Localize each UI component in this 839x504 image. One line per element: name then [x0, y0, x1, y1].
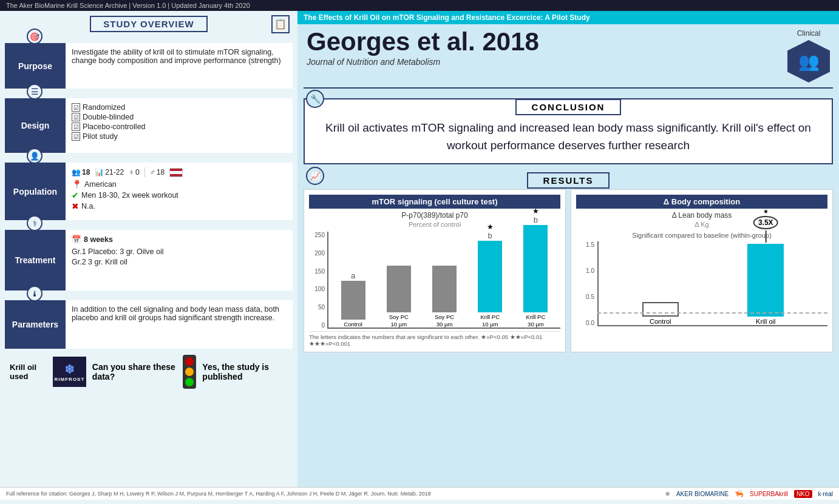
bar2-control: Control — [617, 302, 704, 325]
krill-annotation: ★ 3.5X — [753, 208, 778, 243]
population-stats: 👥 18 📊 21-22 ♀ 0 ♂ 18 — [72, 167, 287, 177]
study-overview-title: STUDY OVERVIEW — [90, 16, 207, 32]
published-text: Yes, the study is published — [202, 362, 288, 381]
nko-logo: NKO — [794, 490, 812, 498]
bar-krill30-rect — [523, 225, 548, 312]
chart2-subtitle: Δ Lean body mass — [576, 211, 827, 220]
top-bar: The Aker BioMarine Krill Science Archive… — [0, 0, 839, 11]
annotation-line — [765, 230, 766, 243]
bar2-control-label: Control — [650, 318, 671, 325]
study-overview-header: STUDY OVERVIEW 📋 — [5, 16, 293, 32]
annotation-3-5x: 3.5X — [753, 216, 778, 229]
design-label: Design — [5, 98, 66, 153]
header-divider — [304, 87, 833, 89]
green-light — [185, 378, 194, 386]
bar-soy30-rect — [432, 266, 457, 312]
design-section: ☰ Design ☑Randomized ☑Double-blinded ☑Pl… — [5, 91, 293, 153]
clinical-hexagon: 👥 — [787, 40, 830, 82]
design-check-3: ☑Placebo-controlled — [72, 123, 287, 131]
chart1-bars: a Control x Soy PC10 µm — [327, 232, 560, 329]
conclusion-text: Krill oil activates mTOR signaling and i… — [305, 113, 832, 163]
bar-control-label: Control — [344, 321, 362, 328]
design-icon: ☰ — [27, 84, 42, 99]
pop-criteria-1: ✔ Men 18-30, 2x week workout — [72, 190, 287, 200]
footer: Full reference for citation: Georges J, … — [0, 487, 839, 500]
top-bar-text: The Aker BioMarine Krill Science Archive… — [6, 2, 250, 9]
chart2-title: Δ Body composition — [576, 195, 827, 209]
share-label: Can you share these data? — [92, 362, 177, 381]
conclusion-container: 🔧 CONCLUSION Krill oil activates mTOR si… — [304, 92, 833, 164]
chart2-area: 1.5 1.0 0.5 0.0 Control — [576, 241, 827, 326]
bar2-krill: ★ 3.5X Krill oil — [722, 244, 810, 325]
clinical-label: Clinical — [797, 29, 821, 38]
treatment-section: ⚕ Treatment 📅 8 weeks Gr.1 Placebo: 3 gr… — [5, 223, 293, 291]
chart2-bars: Control ★ 3.5X Krill oil — [597, 241, 827, 326]
study-header-left: Georges et al. 2018 Journal of Nutrition… — [307, 29, 539, 67]
pop-nationality: 📍 American — [72, 180, 287, 189]
bar-soy30: x Soy PC30 µm — [423, 256, 466, 328]
parameters-label: Parameters — [5, 300, 66, 349]
treatment-content: 📅 8 weeks Gr.1 Placebo: 3 gr. Oilve oil … — [66, 230, 293, 291]
pop-n: 👥 18 — [72, 168, 90, 176]
bar-control-rect — [341, 281, 365, 320]
rimfrost-logo: ❄ RIMFROST — [53, 357, 86, 387]
design-check-1: ☑Randomized — [72, 103, 287, 112]
results-icon: 📈 — [306, 167, 324, 185]
aker-logo: AKER BIOMARINE — [676, 491, 729, 497]
yellow-light — [185, 368, 194, 376]
bar2-krill-rect — [747, 244, 784, 317]
treatment-group-1: Gr.1 Placebo: 3 gr. Oilve oil — [72, 247, 287, 256]
chart2-subtitle2: Δ Kg — [576, 221, 827, 228]
purpose-section: 🎯 Purpose Investigate the ability of kri… — [5, 36, 293, 89]
population-section: 👤 Population 👥 18 📊 21-22 ♀ 0 ♂ 18 — [5, 155, 293, 220]
conclusion-title: CONCLUSION — [515, 99, 622, 115]
chart-mtor: mTOR signaling (cell culture test) P-p70… — [304, 189, 566, 352]
results-title-wrapper: RESULTS — [304, 175, 833, 186]
results-container: 📈 RESULTS mTOR signaling (cell culture t… — [304, 169, 833, 487]
population-content: 👥 18 📊 21-22 ♀ 0 ♂ 18 📍 American ✔ Men 1… — [66, 163, 293, 220]
purpose-icon: 🎯 — [27, 29, 42, 44]
bar-krill30: ★ b Krill PC30 µm — [514, 207, 557, 328]
left-panel: STUDY OVERVIEW 📋 🎯 Purpose Investigate t… — [0, 11, 297, 487]
parameters-icon: 🌡 — [27, 286, 42, 301]
parameters-section: 🌡 Parameters In addition to the cell sig… — [5, 293, 293, 349]
chart1-y-axis: 250 200 150 100 50 0 — [309, 232, 326, 329]
conclusion-icon: 🔧 — [306, 90, 324, 108]
footer-logos: ⊕ AKER BIOMARINE 🦐 SUPERBAkrill NKO k·re… — [665, 489, 833, 498]
population-label-text: Population — [13, 187, 57, 197]
footer-reference: Full reference for citation: Georges J, … — [6, 491, 665, 497]
results-title: RESULTS — [527, 172, 610, 189]
superba-logo: SUPERBAkrill — [750, 491, 788, 497]
treatment-icon: ⚕ — [27, 215, 42, 231]
chart2-y-axis: 1.5 1.0 0.5 0.0 — [576, 241, 596, 326]
pop-female: ♀ 0 — [129, 168, 140, 176]
bar-krill30-label: Krill PC30 µm — [526, 314, 546, 328]
red-light — [185, 357, 194, 366]
conclusion-title-wrapper: CONCLUSION — [305, 99, 832, 113]
chart1-note: The letters indicates the numbers that a… — [309, 331, 560, 347]
purpose-label: Purpose — [5, 43, 66, 89]
rimfrost-crystal-icon: ❄ — [64, 362, 75, 377]
parameters-label-text: Parameters — [12, 320, 58, 329]
bar-soy10: x Soy PC10 µm — [377, 256, 420, 328]
study-main-title: Georges et al. 2018 — [307, 29, 539, 55]
bar-control: a Control — [331, 271, 375, 328]
population-icon: 👤 — [27, 148, 42, 164]
study-title-bar: The Effects of Krill Oil on mTOR Signali… — [297, 11, 839, 24]
clinical-badge: Clinical 👥 — [787, 29, 830, 82]
parameters-text: In addition to the cell signaling and bo… — [72, 305, 279, 322]
parameters-content: In addition to the cell signaling and bo… — [66, 300, 293, 349]
traffic-light — [183, 355, 196, 389]
conclusion-box: CONCLUSION Krill oil activates mTOR sign… — [304, 98, 833, 164]
bar2-control-rect — [642, 302, 679, 317]
design-label-text: Design — [21, 121, 50, 130]
study-journal: Journal of Nutrition and Metabolism — [307, 57, 539, 67]
bar-krill10-rect — [478, 241, 502, 312]
charts-row: mTOR signaling (cell culture test) P-p70… — [304, 189, 833, 352]
population-label: Population — [5, 163, 66, 220]
purpose-label-text: Purpose — [18, 61, 52, 71]
krill-oil-label: Krill oil used — [10, 363, 47, 381]
us-flag-icon — [169, 168, 183, 177]
bar-soy10-rect — [387, 266, 411, 312]
krill-section: Krill oil used ❄ RIMFROST Can you share … — [5, 351, 293, 392]
